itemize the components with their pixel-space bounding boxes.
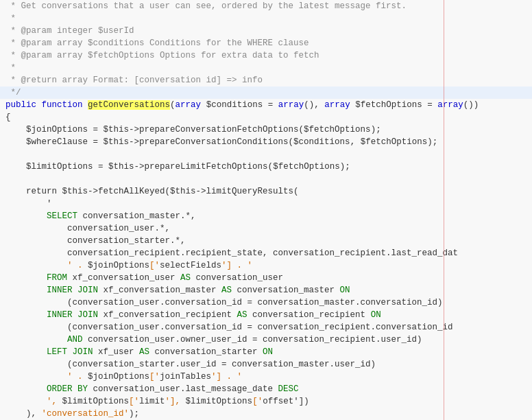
code-line: * (0, 12, 532, 25)
line-text: * @param integer $userId (5, 25, 532, 37)
code-line: (conversation_starter.user_id = conversa… (0, 358, 532, 371)
code-line: conversation_user.*, (0, 222, 532, 235)
line-text: ' . $joinOptions['joinTables'] . ' (5, 371, 532, 383)
code-line: conversation_starter.*, (0, 235, 532, 247)
code-line: AND conversation_user.owner_user_id = co… (0, 334, 532, 346)
line-text: $joinOptions = $this->prepareConversatio… (5, 124, 532, 136)
line-text: * (5, 12, 532, 25)
line-text: * @param array $fetchOptions Options for… (5, 49, 532, 62)
code-line: INNER JOIN xf_conversation_master AS con… (0, 284, 532, 296)
line-text: * @param array $conditions Conditions fo… (5, 37, 532, 49)
code-line: FROM xf_conversation_user AS conversatio… (0, 272, 532, 284)
line-text: $whereClause = $this->prepareConversatio… (5, 136, 532, 148)
line-text: * @return array Format: [conversation id… (5, 74, 532, 86)
code-line: * (0, 62, 532, 74)
code-line: return $this->fetchAllKeyed($this->limit… (0, 185, 532, 198)
line-text: (conversation_user.conversation_id = con… (5, 321, 532, 334)
code-line: * @param array $fetchOptions Options for… (0, 49, 532, 62)
code-line: $limitOptions = $this->prepareLimitFetch… (0, 161, 532, 173)
code-line: SELECT conversation_master.*, (0, 210, 532, 222)
line-text: return $this->fetchAllKeyed($this->limit… (5, 185, 532, 198)
code-line: (conversation_user.conversation_id = con… (0, 296, 532, 309)
code-line: { (0, 111, 532, 124)
code-editor: * Get conversations that a user can see,… (0, 0, 532, 420)
line-text: AND conversation_user.owner_user_id = co… (5, 334, 532, 346)
line-text: ), 'conversation_id'); (5, 408, 532, 420)
code-line: ORDER BY conversation_user.last_message_… (0, 383, 532, 395)
code-line (0, 173, 532, 185)
code-line: * Get conversations that a user can see,… (0, 0, 532, 12)
code-line: * @param array $conditions Conditions fo… (0, 37, 532, 49)
line-text: */ (5, 86, 532, 99)
code-line: */ (0, 86, 532, 99)
line-text: { (5, 111, 532, 124)
code-line: LEFT JOIN xf_user AS conversation_starte… (0, 346, 532, 358)
code-line: ), 'conversation_id'); (0, 408, 532, 420)
line-text: INNER JOIN xf_conversation_master AS con… (5, 284, 532, 296)
code-line: ' . $joinOptions['joinTables'] . ' (0, 371, 532, 383)
line-text: INNER JOIN xf_conversation_recipient AS … (5, 309, 532, 321)
line-text: SELECT conversation_master.*, (5, 210, 532, 222)
line-text: public function getConversations(array $… (5, 99, 532, 111)
line-text: ORDER BY conversation_user.last_message_… (5, 383, 532, 395)
line-text: conversation_recipient.recipient_state, … (5, 247, 532, 259)
line-text: ' . $joinOptions['selectFields'] . ' (5, 259, 532, 272)
code-line: (conversation_user.conversation_id = con… (0, 321, 532, 334)
code-line: * @return array Format: [conversation id… (0, 74, 532, 86)
line-text: $limitOptions = $this->prepareLimitFetch… (5, 161, 532, 173)
line-text: conversation_starter.*, (5, 235, 532, 247)
code-line: $joinOptions = $this->prepareConversatio… (0, 124, 532, 136)
line-text: ' (5, 198, 532, 210)
line-text: * Get conversations that a user can see,… (5, 0, 532, 12)
line-text: LEFT JOIN xf_user AS conversation_starte… (5, 346, 532, 358)
code-line: conversation_recipient.recipient_state, … (0, 247, 532, 259)
code-line: * @param integer $userId (0, 25, 532, 37)
code-line: ' . $joinOptions['selectFields'] . ' (0, 259, 532, 272)
code-line: public function getConversations(array $… (0, 99, 532, 111)
code-line: ' (0, 198, 532, 210)
line-text: (conversation_user.conversation_id = con… (5, 296, 532, 309)
code-line: $whereClause = $this->prepareConversatio… (0, 136, 532, 148)
line-text: * (5, 62, 532, 74)
line-text: conversation_user.*, (5, 222, 532, 235)
code-line (0, 148, 532, 161)
line-text: (conversation_starter.user_id = conversa… (5, 358, 532, 371)
code-line: ', $limitOptions['limit'], $limitOptions… (0, 395, 532, 408)
line-text: ', $limitOptions['limit'], $limitOptions… (5, 395, 532, 408)
code-line: INNER JOIN xf_conversation_recipient AS … (0, 309, 532, 321)
line-text: FROM xf_conversation_user AS conversatio… (5, 272, 532, 284)
